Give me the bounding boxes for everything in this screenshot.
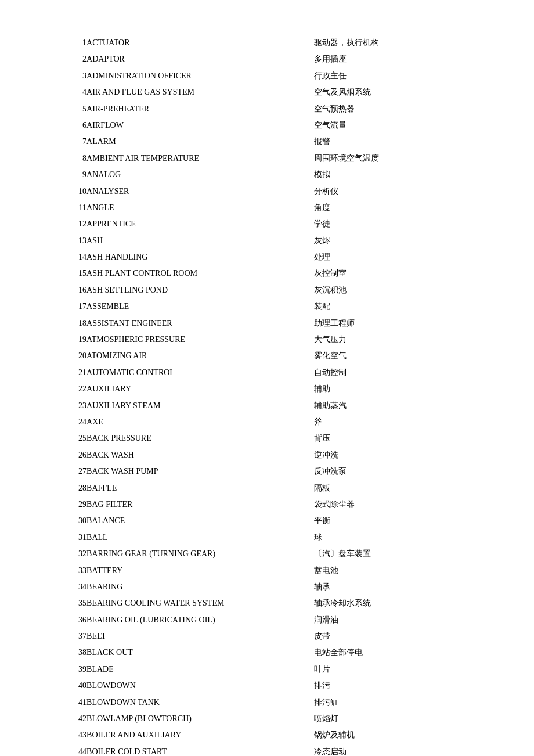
table-row: 30BALANCE平衡	[46, 513, 488, 529]
entry-number: 20	[46, 348, 86, 364]
entry-english: AXE	[86, 414, 314, 430]
entry-english: AMBIENT AIR TEMPERATURE	[86, 150, 314, 167]
table-row: 37BELT皮带	[46, 628, 488, 645]
entry-number: 7	[46, 134, 86, 150]
entry-number: 39	[46, 661, 86, 678]
entry-english: APPRENTICE	[86, 216, 314, 232]
entry-number: 11	[46, 200, 86, 216]
table-row: 38BLACK OUT电站全部停电	[46, 645, 488, 661]
table-row: 19ATMOSPHERIC PRESSURE大气压力	[46, 332, 488, 348]
entry-english: AUXILIARY STEAM	[86, 398, 314, 414]
entry-number: 1	[46, 35, 86, 51]
entry-english: BAFFLE	[86, 480, 314, 496]
table-row: 21AUTOMATIC CONTROL自动控制	[46, 365, 488, 381]
entry-number: 4	[46, 84, 86, 100]
entry-number: 38	[46, 645, 86, 661]
table-row: 3ADMINISTRATION OFFICER行政主任	[46, 68, 488, 84]
entry-chinese: 学徒	[314, 216, 488, 232]
table-row: 26BACK WASH逆冲洗	[46, 447, 488, 463]
entry-number: 5	[46, 101, 86, 117]
entry-english: BALL	[86, 530, 314, 546]
entry-chinese: 自动控制	[314, 365, 488, 381]
entry-number: 36	[46, 612, 86, 628]
entry-number: 42	[46, 711, 86, 727]
table-row: 34BEARING轴承	[46, 579, 488, 595]
entry-chinese: 反冲洗泵	[314, 463, 488, 480]
entry-english: BACK WASH	[86, 447, 314, 463]
entry-chinese: 排污缸	[314, 694, 488, 711]
entry-english: ASSISTANT ENGINEER	[86, 315, 314, 332]
table-row: 41BLOWDOWN TANK排污缸	[46, 694, 488, 711]
entry-english: ADAPTOR	[86, 51, 314, 67]
entry-english: ANALYSER	[86, 183, 314, 200]
entry-chinese: 分析仪	[314, 183, 488, 200]
table-row: 9ANALOG模拟	[46, 167, 488, 183]
table-row: 13ASH灰烬	[46, 233, 488, 249]
table-row: 7ALARM报警	[46, 134, 488, 150]
entry-number: 24	[46, 414, 86, 430]
entry-chinese: 灰控制室	[314, 265, 488, 282]
entry-number: 9	[46, 167, 86, 183]
table-row: 24AXE斧	[46, 414, 488, 430]
entry-chinese: 叶片	[314, 661, 488, 678]
entry-english: BLACK OUT	[86, 645, 314, 661]
entry-number: 8	[46, 150, 86, 167]
entry-english: AIR AND FLUE GAS SYSTEM	[86, 84, 314, 100]
entry-number: 23	[46, 398, 86, 414]
table-row: 18ASSISTANT ENGINEER 助理工程师	[46, 315, 488, 332]
table-row: 4AIR AND FLUE GAS SYSTEM空气及风烟系统	[46, 84, 488, 100]
entry-number: 31	[46, 530, 86, 546]
entry-number: 2	[46, 51, 86, 67]
table-row: 28BAFFLE隔板	[46, 480, 488, 496]
entry-number: 18	[46, 315, 86, 332]
entry-chinese: 斧	[314, 414, 488, 430]
entry-number: 41	[46, 694, 86, 711]
table-row: 6AIRFLOW空气流量	[46, 117, 488, 134]
entry-number: 32	[46, 546, 86, 562]
entry-number: 19	[46, 332, 86, 348]
entry-number: 27	[46, 463, 86, 480]
entry-english: BLOWDOWN TANK	[86, 694, 314, 711]
entry-chinese: 处理	[314, 249, 488, 265]
table-row: 10ANALYSER分析仪	[46, 183, 488, 200]
entry-english: ACTUATOR	[86, 35, 314, 51]
entry-chinese: 冷态启动	[314, 744, 488, 756]
table-row: 23AUXILIARY STEAM辅助蒸汽	[46, 398, 488, 414]
entry-chinese: 皮带	[314, 628, 488, 645]
entry-english: BLADE	[86, 661, 314, 678]
entry-english: BACK WASH PUMP	[86, 463, 314, 480]
table-row: 5AIR-PREHEATER空气预热器	[46, 101, 488, 117]
entry-number: 15	[46, 265, 86, 282]
table-row: 40BLOWDOWN排污	[46, 678, 488, 694]
entry-chinese: 大气压力	[314, 332, 488, 348]
entry-number: 26	[46, 447, 86, 463]
entry-english: BELT	[86, 628, 314, 645]
entry-chinese: 袋式除尘器	[314, 496, 488, 513]
entry-number: 17	[46, 298, 86, 315]
table-row: 20ATOMIZING AIR雾化空气	[46, 348, 488, 364]
entry-number: 21	[46, 365, 86, 381]
table-row: 39BLADE叶片	[46, 661, 488, 678]
entry-chinese: 轴承冷却水系统	[314, 595, 488, 611]
entry-number: 10	[46, 183, 86, 200]
table-row: 17ASSEMBLE装配	[46, 298, 488, 315]
entry-english: ANGLE	[86, 200, 314, 216]
entry-chinese: 蓄电池	[314, 563, 488, 579]
entry-english: ATOMIZING AIR	[86, 348, 314, 364]
entry-english: AUXILIARY	[86, 381, 314, 397]
table-row: 22AUXILIARY辅助	[46, 381, 488, 397]
entry-number: 37	[46, 628, 86, 645]
entry-chinese: 助理工程师	[314, 315, 488, 332]
entry-english: ASH PLANT CONTROL ROOM	[86, 265, 314, 282]
entry-number: 16	[46, 282, 86, 298]
entry-english: BATTERY	[86, 563, 314, 579]
entry-english: AIR-PREHEATER	[86, 101, 314, 117]
entry-chinese: 球	[314, 530, 488, 546]
entry-chinese: 〔汽〕盘车装置	[314, 546, 488, 562]
entry-chinese: 喷焰灯	[314, 711, 488, 727]
entry-chinese: 空气及风烟系统	[314, 84, 488, 100]
entry-english: BOILER AND AUXILIARY	[86, 727, 314, 743]
table-row: 15ASH PLANT CONTROL ROOM灰控制室	[46, 265, 488, 282]
entry-english: ATMOSPHERIC PRESSURE	[86, 332, 314, 348]
table-row: 25BACK PRESSURE背压	[46, 430, 488, 447]
